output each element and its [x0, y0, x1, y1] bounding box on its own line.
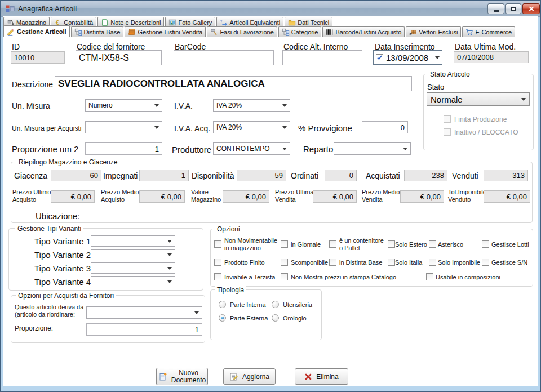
aggiorna-button[interactable]: Aggiorna	[223, 368, 276, 385]
produttore-combo[interactable]: CONTROTEMPO	[213, 142, 290, 155]
disponibilita-label: Disponibilità	[192, 171, 234, 180]
provvigione-field[interactable]: 0	[362, 121, 408, 133]
tab-e-commerce[interactable]: E-Commerce	[462, 26, 515, 37]
fornitore-field[interactable]: CTM-IX58-S	[76, 50, 162, 65]
parte-esterna-radio[interactable]	[219, 314, 226, 322]
venduti-label: Venduti	[452, 171, 478, 180]
proporzione-um2-label: Proporzione um 2	[12, 144, 78, 154]
dropdown-arrow-icon	[282, 126, 287, 129]
gestisce-sn-checkbox[interactable]	[482, 259, 489, 266]
data-ultima-mod-label: Data Ultima Mod.	[455, 42, 516, 51]
photo-icon	[168, 19, 176, 26]
cart-icon	[465, 28, 473, 36]
stato-combo[interactable]: Normale	[427, 92, 530, 106]
opzioni-group-title: Opzioni	[215, 225, 242, 233]
solo-estero-label: Solo Estero	[395, 241, 427, 248]
prezzo-ultimo-acquisto-label: Prezzo UltimoAcquisto	[12, 189, 51, 203]
deriva-combo[interactable]	[86, 306, 202, 319]
prezzo-medio-acquisto-field: € 0,00	[139, 190, 185, 203]
tipo-variante-3-combo[interactable]	[91, 262, 175, 274]
scomponibile-checkbox[interactable]	[281, 259, 288, 266]
venduti-field: 313	[484, 170, 528, 181]
nuovo-documento-button[interactable]: NuovoDocumento	[156, 368, 208, 385]
non-mostra-prezzi-checkbox[interactable]	[281, 273, 288, 280]
parte-interna-radio[interactable]	[219, 301, 226, 308]
tab-label: Gestione Listini Vendita	[138, 29, 202, 35]
tipo-variante-4-combo[interactable]	[91, 276, 175, 287]
acquisti-group	[11, 295, 205, 343]
contenitore-pallet-label: è un contenitoreo Pallet	[339, 237, 384, 252]
prezzo-medio-vendita-label: Prezzo MedioVendita	[362, 189, 400, 203]
reparto-combo[interactable]	[334, 142, 411, 155]
in-distinta-base-checkbox[interactable]	[329, 259, 336, 266]
descrizione-field[interactable]: SVEGLIA RADIOCONTROLLATA ANALOGICA	[55, 76, 412, 91]
utensileria-radio[interactable]	[272, 301, 279, 308]
un-misura-combo[interactable]: Numero	[85, 99, 162, 112]
iva-acq-value: IVA 20%	[216, 123, 242, 131]
contenitore-pallet-checkbox[interactable]	[329, 240, 336, 248]
tipo-variante-2-combo[interactable]	[91, 249, 175, 260]
usabile-composizioni-checkbox[interactable]	[426, 273, 433, 280]
proporzione-field[interactable]: 1	[86, 323, 202, 336]
parte-interna-label: Parte Interna	[230, 301, 266, 309]
in-giornale-checkbox[interactable]	[281, 240, 288, 248]
un-misura-label: Un. Misura	[12, 101, 50, 110]
tab-gestione-listini-vendita[interactable]: Gestione Listini Vendita	[125, 26, 206, 37]
pricebook-icon	[128, 28, 136, 36]
tot-imponibile-venduto-field: € 0,00	[484, 190, 530, 203]
prezzo-ultimo-acquisto-field: € 0,00	[51, 190, 95, 203]
iva-combo[interactable]: IVA 20%	[213, 99, 290, 112]
tab-divider	[3, 37, 538, 37]
inattivo-bloccato-checkbox[interactable]	[444, 128, 451, 136]
window: Anagrafica Articoli Magazzino € Contabil…	[0, 0, 541, 392]
produttore-value: CONTROTEMPO	[216, 145, 270, 153]
tab-label: Dati Tecnici	[298, 19, 329, 26]
dropdown-arrow-icon	[154, 104, 159, 107]
orgchart-icon	[74, 28, 82, 36]
tipo-variante-1-combo[interactable]	[91, 235, 175, 247]
stato-label: Stato	[427, 83, 444, 91]
iva-value: IVA 20%	[216, 101, 242, 109]
solo-estero-checkbox[interactable]	[388, 240, 395, 248]
non-movimentabile-checkbox[interactable]	[214, 240, 221, 248]
tab-fasi-di-lavorazione[interactable]: Fasi di Lavorazione	[207, 26, 277, 37]
tab-label: Magazzino	[16, 19, 46, 26]
tab-categorie[interactable]: Categorie	[278, 26, 322, 37]
folder-icon	[288, 19, 296, 26]
date-checkbox[interactable]	[376, 54, 383, 61]
dropdown-arrow-icon	[435, 56, 440, 59]
note-icon	[101, 19, 109, 26]
un-misura-acq-combo[interactable]	[85, 121, 162, 133]
ordinati-field: 0	[325, 170, 357, 181]
iva-acq-combo[interactable]: IVA 20%	[213, 121, 290, 133]
asterisco-checkbox[interactable]	[429, 240, 436, 248]
prodotto-finito-checkbox[interactable]	[214, 259, 221, 266]
tab-label: Vettori Esclusi	[419, 29, 458, 35]
gestisce-lotti-label: Gestisce Lotti	[491, 241, 529, 248]
tab-gestione-articoli[interactable]: Gestione Articoli	[3, 25, 70, 37]
new-document-icon	[158, 372, 167, 381]
tab-barcode-listini-acquisto[interactable]: Barcode/Listini Acquisto	[322, 26, 405, 37]
un-misura-acq-label: Un. Misura per Acquisti	[12, 124, 81, 132]
disponibilita-field: 59	[237, 170, 286, 181]
solo-imponibile-checkbox[interactable]	[429, 259, 436, 266]
tab-distinta-base[interactable]: Distinta Base	[71, 26, 124, 37]
data-inserimento-picker[interactable]: 13/09/2008	[373, 50, 442, 65]
finita-produzione-checkbox[interactable]	[444, 115, 451, 123]
codice-alt-field[interactable]	[282, 50, 362, 65]
descrizione-label: Descrizione	[12, 80, 53, 89]
proporzione-um2-field[interactable]: 1	[85, 142, 162, 155]
orologio-radio[interactable]	[272, 314, 279, 322]
inviabile-terzista-checkbox[interactable]	[214, 273, 221, 280]
dropdown-arrow-icon	[403, 148, 407, 150]
gestisce-lotti-checkbox[interactable]	[482, 240, 489, 248]
dropdown-arrow-icon	[194, 311, 199, 314]
categories-orgchart-icon	[282, 28, 290, 36]
in-distinta-base-label: in Distinta Base	[339, 259, 382, 266]
solo-italia-checkbox[interactable]	[388, 259, 395, 266]
tipo-variante-3-label: Tipo Variante 3	[34, 264, 91, 273]
elimina-button[interactable]: Elimina	[295, 368, 348, 385]
acquisti-group-title: Opzioni per Acquisti da Fornitori	[16, 292, 116, 300]
barcode-field[interactable]	[174, 50, 274, 65]
tab-vettori-esclusi[interactable]: Vettori Esclusi	[406, 26, 461, 37]
